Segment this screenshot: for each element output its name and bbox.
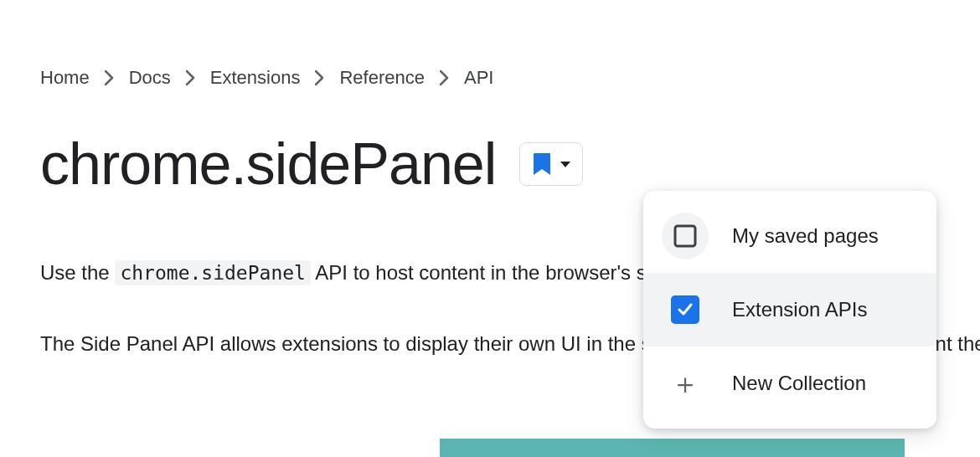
bookmark-dropdown-menu: My saved pages Extension APIs ＋ New Coll… — [643, 191, 936, 429]
bookmark-icon — [532, 151, 552, 177]
page-title: chrome.sidePanel — [40, 131, 496, 198]
new-collection-button[interactable]: ＋ New Collection — [643, 347, 936, 420]
chevron-right-icon — [315, 70, 324, 85]
plus-icon: ＋ — [662, 360, 709, 407]
checkbox-checked-icon — [662, 286, 709, 333]
collection-item-extension-apis[interactable]: Extension APIs — [643, 273, 936, 347]
breadcrumb: Home Docs Extensions Reference API — [40, 67, 980, 89]
menu-item-label: My saved pages — [732, 224, 879, 248]
breadcrumb-item-docs[interactable]: Docs — [129, 67, 171, 89]
svg-rect-0 — [675, 226, 695, 246]
breadcrumb-item-reference[interactable]: Reference — [339, 67, 425, 89]
chevron-right-icon — [440, 70, 449, 85]
breadcrumb-item-home[interactable]: Home — [40, 67, 90, 89]
hero-image — [440, 439, 905, 457]
menu-item-label: Extension APIs — [732, 298, 867, 321]
caret-down-icon — [560, 162, 570, 167]
chevron-right-icon — [186, 70, 195, 85]
text: Use the — [40, 261, 115, 284]
square-outline-icon — [662, 213, 709, 259]
bookmark-dropdown-button[interactable] — [519, 142, 583, 186]
collection-item-my-saved-pages[interactable]: My saved pages — [643, 199, 936, 273]
breadcrumb-item-extensions[interactable]: Extensions — [210, 67, 301, 89]
breadcrumb-item-api[interactable]: API — [464, 67, 493, 89]
menu-item-label: New Collection — [732, 372, 866, 395]
chevron-right-icon — [105, 70, 114, 85]
inline-code: chrome.sidePanel — [115, 260, 311, 285]
